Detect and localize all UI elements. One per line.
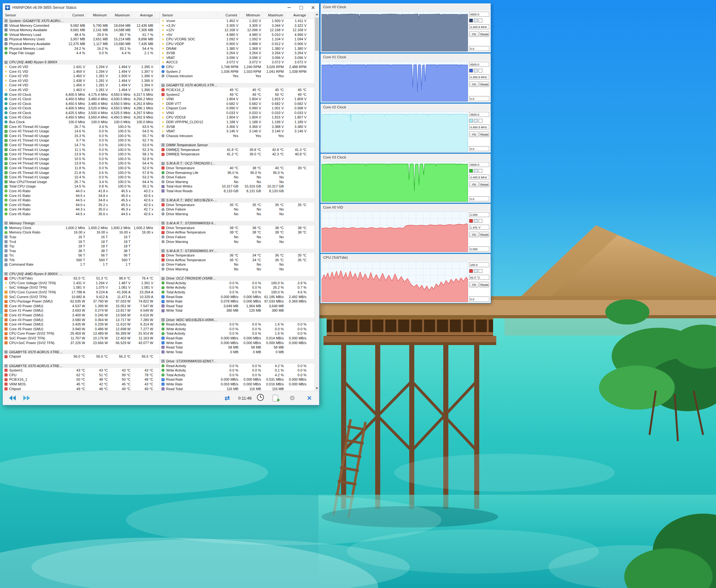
graph-color-swatch[interactable] [469,119,473,123]
table-row[interactable]: Physical Memory Available 12,375 MB 1,11… [3,42,160,46]
table-row[interactable]: Total CPU Usage 14.5 % 0.8 % 100.0 % 55.… [3,184,160,189]
table-row[interactable]: Write Rate 0.078 MB/s 0.000 MB/s 97.033 … [160,299,319,304]
table-row[interactable]: VBAT 3.096 V 3.096 V 3.096 V 3.096 V [160,56,319,60]
table-row[interactable]: Virtual Memory Load 48.4 % 29.9 % 89.7 %… [3,33,160,37]
table-row[interactable]: Drive Warning No No No [160,239,319,244]
table-row[interactable]: SoC Voltage (SVI2 TFN) 1.081 V 1.075 V 1… [3,285,160,290]
table-row[interactable]: Command Rate 1 T 1 T 1 T [3,262,160,267]
table-row[interactable]: +3.3V 3.305 V 3.305 V 3.344 V 3.322 V [160,23,319,28]
fit-button[interactable]: Fit [469,282,479,287]
table-row[interactable]: Read Rate 0.000 MB/s 0.000 MB/s 61.185 M… [160,295,319,299]
table-row[interactable]: Physical Memory Used 3,957 MB 2,651 MB 1… [3,37,160,42]
table-row[interactable]: Core #2 Thread #1 Usage 11.1 % 0.0 % 100… [3,147,160,152]
table-row[interactable]: +12V 12.168 V 12.096 V 12.168 V 12.168 V [160,28,319,33]
table-row[interactable]: Drive: ST2000NM0033-9ZM175 (Z1X5... [160,359,319,364]
graph-max-input[interactable] [469,62,489,67]
table-row[interactable]: Core #5 VID 1.463 V 1.281 V 1.494 V 1.39… [3,88,160,92]
table-row[interactable]: AVCC3 3.072 V 3.072 V 3.072 V 3.072 V [160,60,319,65]
reset-button[interactable]: Reset [479,31,489,37]
table-row[interactable]: Chipset Core 0.990 V 0.990 V 1.001 V 0.9… [160,106,319,111]
table-row[interactable]: Core #2 Thread #0 Usage 14.7 % 0.0 % 100… [3,143,160,147]
table-row[interactable]: CPU Package Power (SMU) 62.635 W 37.790 … [3,299,160,304]
table-row[interactable]: Physical Memory Load 24.2 % 16.2 % 93.1 … [3,46,160,51]
graph-color-swatch[interactable] [469,269,473,273]
graph-max-input[interactable] [469,112,489,117]
table-row[interactable]: PCIEX16_2 45 °C 45 °C 45 °C 45 °C [160,88,319,92]
graph-color-swatch[interactable] [469,169,473,173]
table-row[interactable]: CPU VDD18 1.804 V 1.804 V 1.815 V 1.807 … [160,115,319,120]
table-row[interactable]: Drive Temperature 35 °C 35 °C 35 °C 35 °… [160,203,319,207]
table-row[interactable]: Trfc 560 T 560 T 560 T [3,258,160,262]
graph-min-input[interactable] [469,296,489,301]
background-color-swatch[interactable] [474,69,478,72]
table-row[interactable]: Core #5 Clock 4,450.5 MHz 3,560.4 MHz 4,… [3,115,160,120]
graph-max-input[interactable] [469,212,489,217]
table-row[interactable]: Drive Airflow Temperature 36 °C 34 °C 36… [160,258,319,262]
table-row[interactable]: CPU Core Current (SVI2 TFN) 17.788 A 9.2… [3,290,160,295]
table-row[interactable]: GIGABYTE X570 AORUS XTREME (ITE IT86... [3,364,160,369]
table-row[interactable]: DDR VTT 0.682 V 0.682 V 0.682 V 0.682 V [160,102,319,106]
table-row[interactable]: S.M.A.R.T.: OCZ-TRION100 (X5RB54... [160,161,319,166]
table-row[interactable]: Read Activity 0.0 % 0.0 % 4.2 % 0.0 % [160,364,319,369]
background-color-swatch[interactable] [474,269,478,273]
reset-button[interactable]: Reset [479,81,489,87]
table-row[interactable]: Drive Airflow Temperature 38 °C 38 °C 38… [160,230,319,235]
table-row[interactable]: Read Total 3,649 MB 1,964 MB 3,649 MB [160,304,319,309]
table-row[interactable]: SoC Current (SVI2 TFN) 10.882 A 9.412 A … [3,295,160,299]
table-row[interactable]: System2 49 °C 49 °C 50 °C 49 °C [160,92,319,97]
graph-min-input[interactable] [469,247,489,251]
graph-titlebar[interactable]: Core #2 Clock [321,104,491,111]
table-row[interactable]: Trp 18 T 18 T 18 T [3,244,160,249]
table-row[interactable]: Core #5 Power (SMU) 3.940 W 0.486 W 12.6… [3,327,160,332]
table-row[interactable]: Core #0 Thread #0 Usage 26.7 % 3.4 % 100… [3,124,160,129]
add-report-button[interactable] [269,393,281,403]
table-row[interactable]: Drive Temperature 40 °C 38 °C 40 °C 39 °… [160,166,319,170]
graph-max-input[interactable] [469,262,489,267]
scrollbar-up-button[interactable] [315,12,319,17]
table-row[interactable]: VBAT 3.146 V 3.146 V 3.146 V 3.146 V [160,129,319,133]
scrollbar-thumb[interactable] [315,18,319,51]
table-row[interactable]: CPU [#0]: AMD Ryzen 9 3900X: Enhanced [3,272,160,276]
table-row[interactable]: Read Rate 0.000 MB/s 0.000 MB/s 0.014 MB… [160,336,319,341]
table-row[interactable]: Trc 56 T 56 T 56 T [3,253,160,258]
reset-button[interactable]: Reset [479,182,489,187]
graph-color-swatch[interactable] [469,69,473,72]
table-row[interactable]: Drive Failure No No No [160,175,319,180]
window-titlebar[interactable]: HWiNFO64 v6.09-3855 Sensor Status [3,3,319,12]
clock-icon[interactable] [257,394,264,402]
grid-color-swatch[interactable] [478,119,483,123]
table-row[interactable]: Core #0 Clock 4,400.5 MHz 4,175.4 MHz 4,… [3,92,160,97]
table-row[interactable]: Chipset 49 °C 48 °C 49 °C 49 °C [3,387,160,391]
table-row[interactable]: Core #1 Thread #0 Usage 15.3 % 0.0 % 100… [3,133,160,138]
reset-button[interactable]: Reset [479,282,489,287]
table-row[interactable]: Core #5 Thread #1 Usage 10.4 % 0.0 % 100… [3,175,160,180]
table-row[interactable]: CPU VCORE SOC 1.092 V 1.092 V 1.104 V 1.… [160,37,319,42]
table-row[interactable]: S.M.A.R.T.: ST2000NM0033-9ZM175 ... [160,221,319,226]
graph-min-input[interactable] [469,196,489,201]
background-color-swatch[interactable] [474,119,478,123]
table-row[interactable]: Virtual Memory Available 9,681 MB 2,141 … [3,28,160,33]
table-row[interactable]: System1 43 °C 43 °C 43 °C 43 °C [3,368,160,373]
table-row[interactable]: Core #3 Clock 4,400.5 MHz 3,520.4 MHz 4,… [3,106,160,111]
table-row[interactable]: Trcd 18 T 18 T 18 T [3,239,160,244]
table-row[interactable]: Core #5 Thread #0 Usage 21.8 % 0.6 % 100… [3,170,160,175]
table-row[interactable]: Read Rate 0.000 MB/s 0.000 MB/s 0.031 MB… [160,377,319,382]
table-row[interactable]: Core #4 Power (SMU) 3.435 W 0.239 W 11.6… [3,322,160,327]
table-row[interactable]: System 2 1,036 RPM 1,033 RPM 1,041 RPM 1… [160,69,319,74]
table-row[interactable]: Total Activity 0.0 % 0.0 % 4.2 % 0.0 % [160,373,319,378]
graph-min-input[interactable] [469,96,489,101]
table-row[interactable]: Core #4 Thread #1 Usage 11.8 % 0.0 % 100… [3,166,160,170]
table-row[interactable]: Core #4 Clock 4,425.5 MHz 3,500.4 MHz 4,… [3,111,160,115]
graph-min-input[interactable] [469,146,489,151]
reset-minmax-button[interactable]: ⇄ [221,393,233,403]
graph-titlebar[interactable]: Core #1 Clock [321,54,491,61]
graph-max-input[interactable] [469,12,489,17]
shift-left-button[interactable] [7,393,19,403]
shift-right-button[interactable] [20,393,33,403]
table-row[interactable]: Drive: WDC WD10EZEX-00RKKA0 (WD... [160,318,319,322]
scrollbar-down-button[interactable] [315,386,319,391]
grid-color-swatch[interactable] [478,269,483,273]
close-button[interactable] [307,3,319,12]
maximize-button[interactable] [295,3,307,12]
table-row[interactable]: Write Rate 0.003 MB/s 0.000 MB/s 0.016 M… [160,382,319,387]
